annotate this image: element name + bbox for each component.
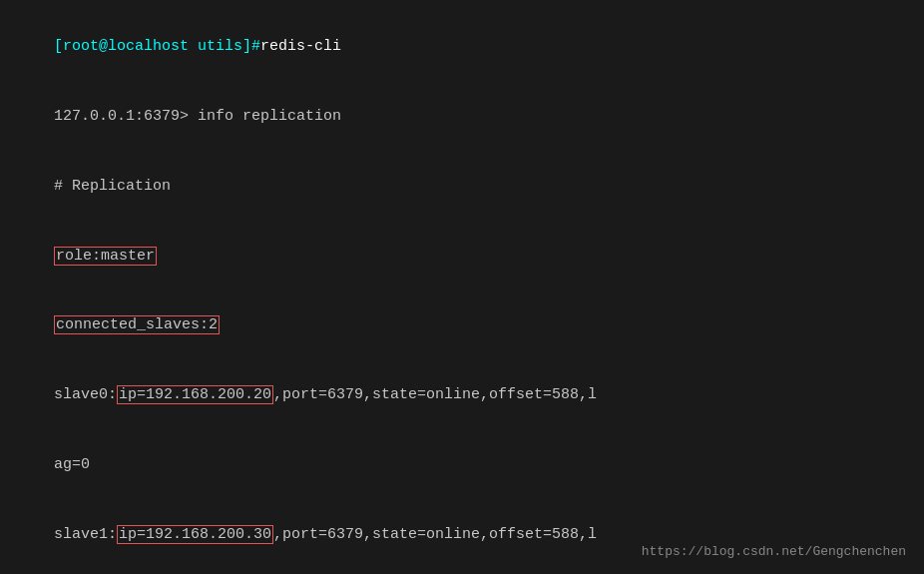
prompt-text: [root@localhost utils]# xyxy=(54,38,260,55)
command-text: redis-cli xyxy=(260,38,341,55)
slave0-prefix: slave0: xyxy=(54,386,117,403)
role-value: role:master xyxy=(54,247,157,266)
line-slave0: slave0:ip=192.168.200.20,port=6379,state… xyxy=(18,360,906,430)
terminal-window: [root@localhost utils]#redis-cli 127.0.0… xyxy=(0,0,924,574)
slave1-ip: ip=192.168.200.30 xyxy=(117,525,273,544)
slave1-rest: ,port=6379,state=online,offset=588,l xyxy=(273,526,597,543)
slave0-rest: ,port=6379,state=online,offset=588,l xyxy=(273,386,597,403)
line-slave1-cont: ag=0 xyxy=(18,569,906,574)
line-slave0-cont: ag=0 xyxy=(18,430,906,500)
slave0-ip: ip=192.168.200.20 xyxy=(117,385,273,404)
watermark: https://blog.csdn.net/Gengchenchen xyxy=(642,542,906,562)
slave0-cont-text: ag=0 xyxy=(54,456,90,473)
line-connected-slaves: connected_slaves:2 xyxy=(18,290,906,360)
connected-slaves-value: connected_slaves:2 xyxy=(54,315,220,334)
slave1-prefix: slave1: xyxy=(54,526,117,543)
line-section-header: # Replication xyxy=(18,152,906,222)
line-prompt: [root@localhost utils]#redis-cli xyxy=(18,12,906,82)
line-info-replication: 127.0.0.1:6379> info replication xyxy=(18,82,906,152)
section-header-text: # Replication xyxy=(54,178,171,195)
info-replication-text: 127.0.0.1:6379> info replication xyxy=(54,108,341,125)
line-role: role:master xyxy=(18,221,906,290)
